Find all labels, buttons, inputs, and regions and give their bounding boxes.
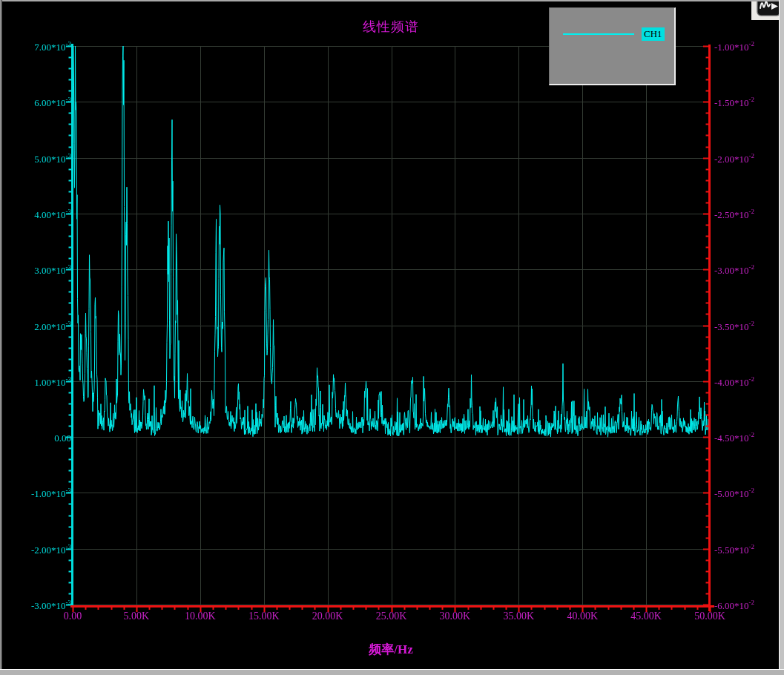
spectrum-plot-canvas — [0, 0, 784, 675]
legend-series-label-ch1[interactable]: CH1 — [642, 27, 665, 41]
window-border-bottom — [0, 669, 784, 675]
waveform-icon — [757, 0, 781, 16]
x-axis-title: 频率/Hz — [369, 641, 413, 658]
waveform-tool-button[interactable] — [757, 0, 781, 16]
window-border-left — [0, 0, 2, 675]
legend-series-line — [563, 33, 634, 35]
spectrum-analyzer-window: 线性频谱 7.00*10-36.00*10-35.00*10-34.00*10-… — [0, 0, 784, 675]
window-scroll-strip[interactable] — [779, 0, 784, 675]
legend-box: CH1 — [549, 7, 676, 85]
window-border-top — [0, 0, 784, 1]
chart-title: 线性频谱 — [363, 18, 419, 36]
